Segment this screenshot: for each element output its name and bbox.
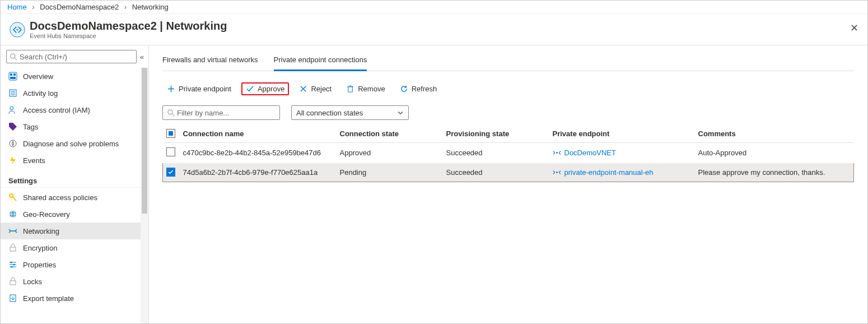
sidebar-item-label: Locks (23, 277, 42, 286)
svg-point-39 (556, 172, 558, 173)
approve-button[interactable]: Approve (241, 82, 289, 95)
sidebar-item-access-control[interactable]: Access control (IAM) (1, 101, 147, 118)
networking-icon (8, 226, 17, 235)
table-row[interactable]: 74d5a6b2-2b7f-4cb6-979e-f770e625aa1a Pen… (163, 163, 854, 182)
sidebar-item-events[interactable]: Events (1, 152, 147, 169)
row-checkbox[interactable] (166, 147, 175, 156)
properties-icon (8, 260, 17, 269)
search-placeholder: Search (Ctrl+/) (20, 53, 67, 61)
sidebar-item-label: Shared access policies (23, 193, 97, 202)
sidebar-item-export-template[interactable]: Export template (1, 290, 147, 307)
tab-private-endpoint[interactable]: Private endpoint connections (274, 52, 367, 71)
cell-provisioning-state: Succeeded (443, 163, 549, 182)
svg-point-2 (11, 53, 15, 58)
svg-rect-20 (10, 247, 16, 251)
cell-comments: Auto-Approved (695, 143, 854, 163)
toolbar: Private endpoint Approve Reject Remove R… (162, 82, 854, 95)
svg-point-26 (11, 266, 13, 268)
col-connection-state[interactable]: Connection state (337, 124, 443, 143)
svg-point-25 (13, 264, 15, 266)
svg-point-12 (10, 107, 13, 110)
sidebar-item-properties[interactable]: Properties (1, 256, 147, 273)
col-private-endpoint[interactable]: Private endpoint (549, 124, 695, 143)
close-icon[interactable]: ✕ (850, 22, 858, 34)
add-private-endpoint-button[interactable]: Private endpoint (162, 82, 236, 95)
filter-connection-state-select[interactable]: All connection states (291, 105, 409, 120)
scrollbar[interactable] (141, 68, 148, 324)
breadcrumb: Home › DocsDemoNamespace2 › Networking (1, 1, 867, 14)
sidebar-item-label: Overview (23, 72, 53, 81)
svg-point-38 (556, 152, 558, 154)
search-icon (10, 53, 17, 61)
cell-provisioning-state: Succeeded (443, 143, 549, 163)
globe-icon (8, 210, 17, 219)
cell-connection-name: 74d5a6b2-2b7f-4cb6-979e-f770e625aa1a (180, 163, 337, 182)
toolbar-label: Private endpoint (179, 85, 231, 93)
sidebar-item-label: Geo-Recovery (23, 210, 70, 219)
connections-table: Connection name Connection state Provisi… (162, 124, 854, 182)
key-icon (8, 193, 17, 202)
sidebar-item-label: Export template (23, 294, 74, 303)
remove-button[interactable]: Remove (342, 82, 389, 95)
breadcrumb-item[interactable]: DocsDemoNamespace2 (40, 3, 119, 11)
search-icon (167, 109, 175, 117)
search-input[interactable]: Search (Ctrl+/) (6, 50, 137, 63)
tags-icon (8, 122, 17, 131)
sidebar-item-geo-recovery[interactable]: Geo-Recovery (1, 206, 147, 223)
tab-firewalls[interactable]: Firewalls and virtual networks (162, 52, 258, 71)
svg-rect-6 (13, 73, 16, 76)
access-control-icon (8, 105, 17, 114)
select-all-checkbox[interactable] (166, 129, 175, 138)
cell-comments: Please approve my connection, thanks. (695, 163, 854, 182)
page-subtitle: Event Hubs Namespace (30, 33, 227, 39)
event-hubs-icon (10, 22, 25, 38)
svg-line-37 (172, 114, 174, 116)
col-connection-name[interactable]: Connection name (180, 124, 337, 143)
events-icon (8, 156, 17, 165)
refresh-icon (400, 85, 408, 93)
toolbar-label: Remove (358, 85, 385, 93)
sidebar-item-shared-access[interactable]: Shared access policies (1, 189, 147, 206)
svg-point-24 (11, 262, 12, 263)
lock-icon (8, 243, 17, 252)
cell-connection-name: c470c9bc-8e2b-44b2-845a-52e959be47d6 (180, 143, 337, 163)
private-endpoint-link[interactable]: DocDemoVNET (553, 149, 692, 157)
chevron-down-icon (397, 109, 404, 116)
svg-point-36 (168, 109, 172, 114)
private-endpoint-link[interactable]: private-endpoint-manual-eh (553, 168, 692, 177)
col-provisioning-state[interactable]: Provisioning state (443, 124, 549, 143)
diagnose-icon (8, 139, 17, 148)
sidebar-item-encryption[interactable]: Encryption (1, 239, 147, 256)
table-row[interactable]: c470c9bc-8e2b-44b2-845a-52e959be47d6 App… (163, 143, 854, 163)
activity-log-icon (8, 89, 17, 98)
toolbar-label: Reject (311, 85, 332, 93)
x-icon (299, 85, 307, 93)
svg-rect-7 (10, 77, 16, 79)
reject-button[interactable]: Reject (295, 82, 336, 95)
toolbar-label: Approve (258, 85, 284, 93)
svg-rect-33 (348, 87, 353, 92)
filter-placeholder: Filter by name... (177, 109, 229, 117)
endpoint-icon (553, 168, 561, 177)
main-content: Firewalls and virtual networks Private e… (149, 45, 867, 324)
sidebar-item-activity-log[interactable]: Activity log (1, 85, 147, 101)
breadcrumb-home[interactable]: Home (7, 3, 27, 11)
sidebar-item-networking[interactable]: Networking (1, 223, 147, 239)
col-comments[interactable]: Comments (695, 124, 854, 143)
row-checkbox[interactable] (166, 168, 175, 177)
toolbar-label: Refresh (412, 85, 437, 93)
export-icon (8, 294, 17, 303)
cell-connection-state: Pending (337, 163, 443, 182)
sidebar-item-diagnose[interactable]: Diagnose and solve problems (1, 135, 147, 152)
sidebar-item-locks[interactable]: Locks (1, 273, 147, 290)
collapse-sidebar-icon[interactable]: « (140, 53, 144, 61)
sidebar-item-tags[interactable]: Tags (1, 118, 147, 135)
lock-icon (8, 277, 17, 286)
svg-line-3 (15, 58, 17, 60)
sidebar-item-label: Access control (IAM) (23, 106, 90, 114)
svg-line-15 (12, 197, 16, 201)
chevron-right-icon: › (32, 3, 34, 11)
refresh-button[interactable]: Refresh (395, 82, 442, 95)
sidebar-item-overview[interactable]: Overview (1, 68, 147, 85)
filter-by-name-input[interactable]: Filter by name... (162, 105, 280, 120)
